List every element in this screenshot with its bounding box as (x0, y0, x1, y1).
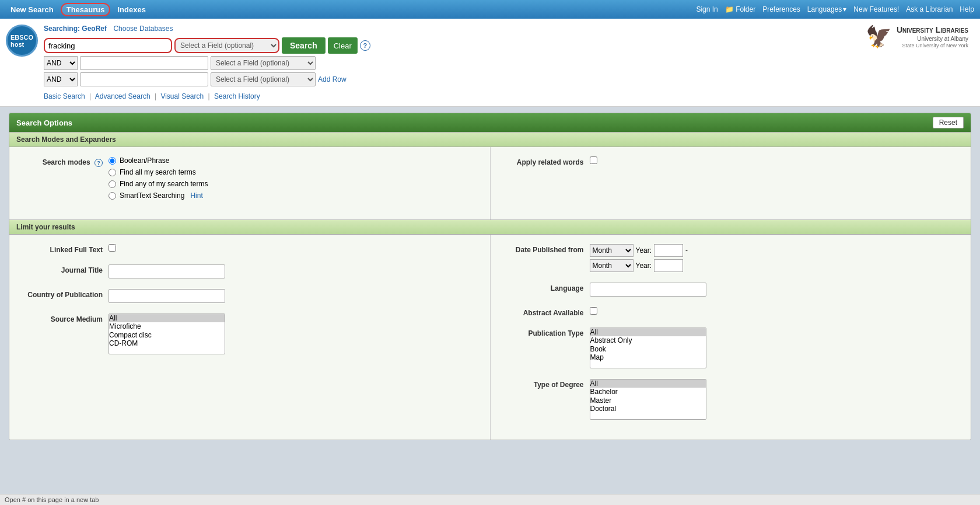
folder-icon: 📁 (725, 5, 734, 13)
search-input[interactable] (44, 38, 172, 53)
publication-type-listbox[interactable]: All Abstract Only Book Map (590, 328, 706, 368)
month-from-select[interactable]: Month JanuaryFebruaryMarch AprilMayJune … (590, 244, 634, 257)
source-medium-listbox[interactable]: All Microfiche Compact disc CD-ROM (108, 314, 225, 354)
apply-related-checkbox[interactable] (590, 156, 597, 164)
linked-fulltext-checkbox[interactable] (108, 244, 116, 252)
limit-body: Linked Full Text Journal Title Country o… (9, 235, 971, 440)
modes-col-left: Search modes ? Boolean/Phrase Find all m… (9, 147, 491, 220)
field-select-2[interactable]: Select a Field (optional) (211, 56, 316, 70)
searching-label: Searching: (44, 25, 80, 33)
field-select-3[interactable]: Select a Field (optional) (211, 72, 316, 86)
radio-smarttext-input[interactable] (108, 192, 116, 200)
thesaurus-link[interactable]: Thesaurus (61, 3, 111, 16)
radio-smarttext[interactable]: SmartText Searching Hint (108, 191, 208, 200)
search-row-3: ANDORNOT Select a Field (optional) Add R… (44, 72, 370, 86)
university-text: University Libraries University at Alban… (897, 25, 968, 50)
ebsco-text: EBSCOhost (10, 34, 33, 48)
search-modes-row: Search modes ? Boolean/Phrase Find all m… (21, 156, 478, 200)
search-help-icon[interactable]: ? (360, 40, 370, 51)
journal-title-label: Journal Title (21, 264, 103, 274)
languages-dropdown[interactable]: Languages ▾ (807, 5, 846, 13)
top-nav-left: New Search Thesaurus Indexes (6, 3, 150, 16)
search-input-2[interactable] (80, 56, 208, 70)
search-row-2: ANDORNOT Select a Field (optional) (44, 56, 370, 70)
year-to-input[interactable] (654, 259, 683, 272)
abstract-available-label: Abstract Available (502, 307, 584, 317)
search-input-3[interactable] (80, 72, 208, 86)
ask-librarian-link[interactable]: Ask a Librarian (906, 5, 953, 13)
year-from-label: Year: (636, 246, 652, 255)
eagle-icon: 🦅 (866, 25, 892, 49)
add-row-link[interactable]: Add Row (318, 75, 346, 83)
date-from-row: Month JanuaryFebruaryMarch AprilMayJune … (590, 244, 688, 257)
language-label: Language (502, 283, 584, 292)
publication-type-label: Publication Type (502, 328, 584, 337)
month-to-select[interactable]: Month JanuaryFebruaryMarch AprilMayJune … (590, 259, 634, 272)
radio-any-terms-input[interactable] (108, 180, 116, 188)
language-row: Language (502, 283, 960, 297)
modes-col-right: Apply related words (491, 147, 971, 220)
type-of-degree-label: Type of Degree (502, 379, 584, 389)
visual-search-link[interactable]: Visual Search (160, 92, 204, 100)
university-logo: 🦅 University Libraries University at Alb… (866, 25, 968, 50)
bool-select-3[interactable]: ANDORNOT (44, 72, 78, 86)
reset-button[interactable]: Reset (933, 117, 964, 128)
radio-all-terms-label: Find all my search terms (120, 168, 196, 176)
journal-title-input[interactable] (108, 264, 225, 278)
radio-any-terms-label: Find any of my search terms (120, 180, 208, 188)
radio-smarttext-label: SmartText Searching (120, 191, 184, 200)
radio-all-terms-input[interactable] (108, 169, 116, 176)
search-button[interactable]: Search (282, 37, 326, 54)
source-medium-label: Source Medium (21, 314, 103, 323)
radio-boolean-input[interactable] (108, 157, 116, 165)
choose-databases-link[interactable]: Choose Databases (113, 25, 173, 33)
top-navigation: New Search Thesaurus Indexes Sign In 📁 F… (0, 0, 980, 19)
search-modes-label: Search modes ? (21, 156, 103, 167)
languages-link[interactable]: Languages (807, 5, 842, 13)
bool-select-2[interactable]: ANDORNOT (44, 56, 78, 70)
linked-fulltext-label: Linked Full Text (21, 244, 103, 254)
help-link[interactable]: Help (960, 5, 974, 13)
folder-link[interactable]: 📁 Folder (725, 5, 755, 13)
linked-fulltext-row: Linked Full Text (21, 244, 478, 254)
journal-title-row: Journal Title (21, 264, 478, 278)
radio-boolean[interactable]: Boolean/Phrase (108, 156, 208, 165)
clear-button[interactable]: Clear (328, 37, 358, 54)
date-to-row: Month JanuaryFebruaryMarch AprilMayJune … (590, 259, 688, 272)
field-select-1[interactable]: Select a Field (optional) (174, 38, 279, 53)
header-area: EBSCOhost Searching: GeoRef Choose Datab… (0, 19, 980, 107)
indexes-link[interactable]: Indexes (113, 4, 150, 15)
country-pub-input[interactable] (108, 289, 225, 303)
radio-any-terms[interactable]: Find any of my search terms (108, 180, 208, 188)
source-medium-row: Source Medium All Microfiche Compact dis… (21, 314, 478, 354)
radio-boolean-label: Boolean/Phrase (120, 156, 169, 165)
date-published-label: Date Published from (502, 244, 584, 254)
sign-in-link[interactable]: Sign In (696, 5, 718, 13)
apply-related-row: Apply related words (502, 156, 960, 166)
hint-link[interactable]: Hint (190, 191, 202, 200)
year-from-input[interactable] (654, 244, 683, 257)
preferences-link[interactable]: Preferences (762, 5, 800, 13)
date-dash: - (685, 246, 688, 255)
degree-listbox[interactable]: All Bachelor Master Doctoral (590, 379, 706, 420)
country-pub-label: Country of Publication (21, 289, 103, 299)
search-area: Searching: GeoRef Choose Databases Selec… (44, 25, 370, 100)
language-input[interactable] (590, 283, 706, 297)
radio-all-terms[interactable]: Find all my search terms (108, 168, 208, 176)
advanced-search-link[interactable]: Advanced Search (95, 92, 150, 100)
main-content: Search Options Reset Search Modes and Ex… (0, 107, 980, 446)
searching-line: Searching: GeoRef Choose Databases (44, 25, 370, 33)
new-features-link[interactable]: New Features! (853, 5, 899, 13)
search-history-link[interactable]: Search History (214, 92, 260, 100)
abstract-available-row: Abstract Available (502, 307, 960, 317)
modes-help-icon[interactable]: ? (94, 159, 103, 167)
abstract-available-checkbox[interactable] (590, 307, 597, 315)
country-pub-row: Country of Publication (21, 289, 478, 303)
top-nav-right: Sign In 📁 Folder Preferences Languages ▾… (696, 5, 974, 13)
ebsco-logo: EBSCOhost (6, 25, 38, 57)
new-search-link[interactable]: New Search (6, 4, 58, 15)
limit-col-right: Date Published from Month JanuaryFebruar… (491, 235, 971, 440)
modes-body: Search modes ? Boolean/Phrase Find all m… (9, 147, 971, 220)
basic-search-link[interactable]: Basic Search (44, 92, 85, 100)
modes-two-col: Search modes ? Boolean/Phrase Find all m… (9, 147, 971, 220)
